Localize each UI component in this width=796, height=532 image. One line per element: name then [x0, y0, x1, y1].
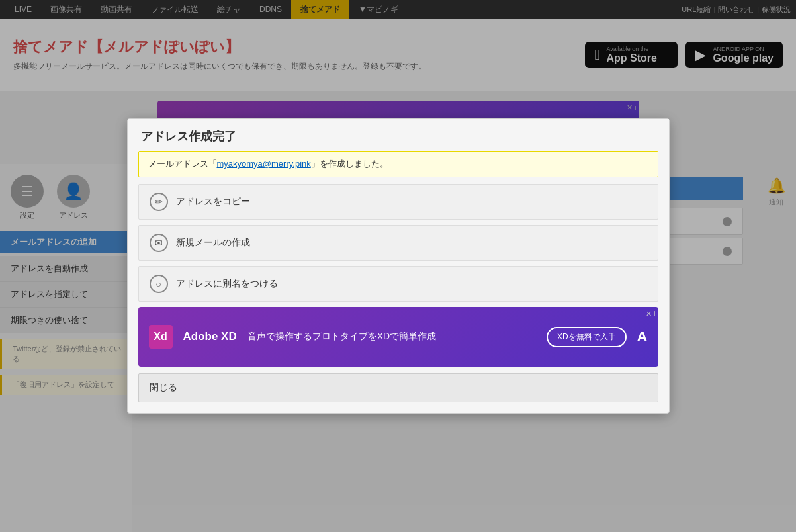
modal-overlay: アドレス作成完了 メールアドレス「myakyomya@merry.pink」を作… [0, 0, 796, 532]
modal-action-alias[interactable]: ○ アドレスに別名をつける [138, 266, 658, 302]
modal-notice-prefix: メールアドレス「 [148, 159, 217, 169]
copy-label: アドレスをコピー [176, 196, 250, 208]
modal-action-copy[interactable]: ✏ アドレスをコピー [138, 184, 658, 220]
modal-ad-close-icon[interactable]: ✕ i [646, 310, 656, 318]
modal-ad-adobe-logo: A [637, 328, 648, 345]
new-email-label: 新規メールの作成 [176, 237, 250, 249]
modal-action-new-email[interactable]: ✉ 新規メールの作成 [138, 225, 658, 261]
modal-ad-text: 音声で操作するプロトタイプをXDで簡単作成 [247, 331, 536, 343]
modal-notice-email[interactable]: myakyomya@merry.pink [217, 159, 311, 169]
modal-notice-suffix: 」を作成しました。 [311, 159, 388, 169]
email-icon: ✉ [150, 234, 168, 252]
modal-ad-xd-icon: Xd [149, 325, 173, 349]
alias-icon: ○ [150, 275, 168, 293]
modal-dialog: アドレス作成完了 メールアドレス「myakyomya@merry.pink」を作… [127, 118, 670, 414]
modal-ad-button[interactable]: XDを無料で入手 [547, 327, 627, 347]
modal-close-button[interactable]: 閉じる [138, 373, 658, 402]
alias-label: アドレスに別名をつける [176, 278, 278, 290]
modal-ad-banner[interactable]: Xd Adobe XD 音声で操作するプロトタイプをXDで簡単作成 XDを無料で… [138, 307, 658, 367]
modal-ad-brand: Adobe XD [183, 330, 237, 343]
modal-notice: メールアドレス「myakyomya@merry.pink」を作成しました。 [138, 151, 658, 177]
copy-icon: ✏ [150, 193, 168, 211]
modal-title: アドレス作成完了 [128, 119, 669, 151]
